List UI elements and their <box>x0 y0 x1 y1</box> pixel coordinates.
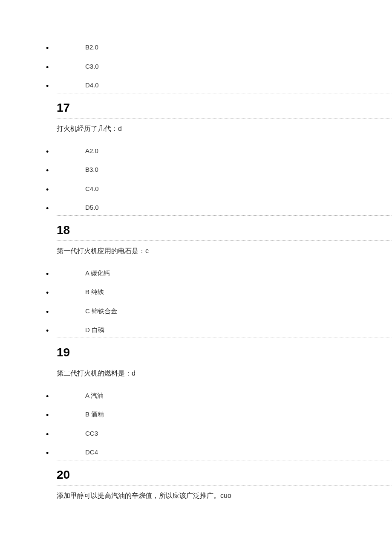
option-item: DC4 <box>57 448 392 460</box>
option-text: C3.0 <box>85 63 99 70</box>
options-list: A2.0 B3.0 C4.0 D5.0 <box>0 146 392 216</box>
option-text: B2.0 <box>85 43 98 51</box>
option-text: C4.0 <box>85 185 99 192</box>
question-number: 17 <box>57 101 392 119</box>
option-text: B 酒精 <box>85 410 104 418</box>
option-item: C 铈铁合金 <box>0 306 392 316</box>
option-text: A2.0 <box>85 147 98 154</box>
option-item: CC3 <box>0 429 392 439</box>
option-text: B 纯铁 <box>85 288 104 295</box>
option-item: C4.0 <box>0 184 392 194</box>
option-item: B3.0 <box>0 165 392 175</box>
document-content: B2.0 C3.0 D4.0 17 打火机经历了几代：d A2.0 B3.0 C… <box>0 43 392 500</box>
question-number: 18 <box>57 223 392 241</box>
option-text: CC3 <box>85 430 98 437</box>
option-item: B 酒精 <box>0 410 392 419</box>
question-text: 打火机经历了几代：d <box>57 124 392 133</box>
option-text: A 汽油 <box>85 392 104 399</box>
option-item: A2.0 <box>0 146 392 156</box>
option-text: DC4 <box>85 448 98 456</box>
option-item: A 碳化钙 <box>0 269 392 278</box>
options-list: A 碳化钙 B 纯铁 C 铈铁合金 D 白磷 <box>0 269 392 338</box>
option-item: D4.0 <box>57 81 392 93</box>
option-item: C3.0 <box>0 62 392 72</box>
options-list: A 汽油 B 酒精 CC3 DC4 <box>0 391 392 460</box>
question-block: 17 打火机经历了几代：d <box>57 101 392 133</box>
option-text: C 铈铁合金 <box>85 307 117 315</box>
option-text: A 碳化钙 <box>85 269 110 277</box>
option-text: D 白磷 <box>85 326 104 333</box>
option-text: B3.0 <box>85 166 98 173</box>
pre-options-list: B2.0 C3.0 D4.0 <box>0 43 392 93</box>
option-item: B2.0 <box>0 43 392 52</box>
option-text: D5.0 <box>85 204 99 211</box>
option-item: D5.0 <box>57 203 392 216</box>
question-text: 第一代打火机应用的电石是：c <box>57 247 392 256</box>
option-text: D4.0 <box>85 81 99 89</box>
question-text: 第二代打火机的燃料是：d <box>57 369 392 378</box>
question-number: 20 <box>57 468 392 486</box>
question-block: 19 第二代打火机的燃料是：d <box>57 346 392 378</box>
option-item: B 纯铁 <box>0 287 392 297</box>
option-item: D 白磷 <box>57 325 392 338</box>
question-text: 添加甲醇可以提高汽油的辛烷值，所以应该广泛推广。cuo <box>57 491 392 500</box>
question-block: 18 第一代打火机应用的电石是：c <box>57 223 392 256</box>
question-number: 19 <box>57 346 392 363</box>
question-block: 20 添加甲醇可以提高汽油的辛烷值，所以应该广泛推广。cuo <box>57 468 392 500</box>
option-item: A 汽油 <box>0 391 392 401</box>
